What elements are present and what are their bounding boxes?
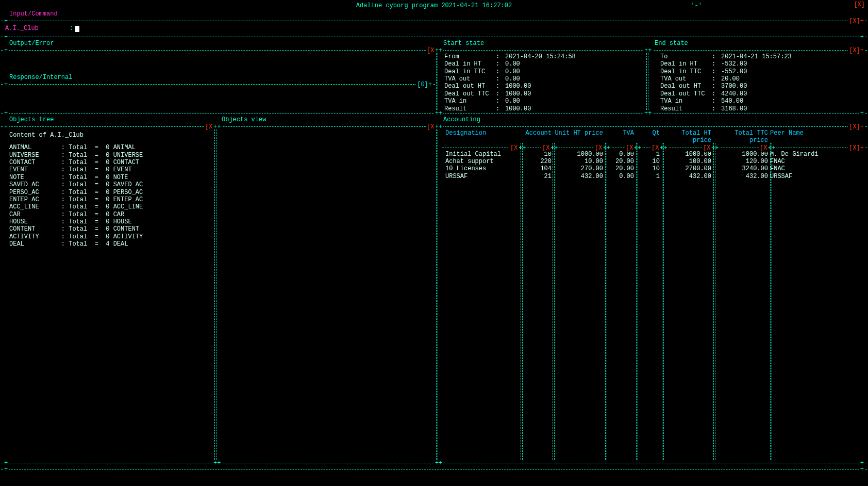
accounting-panel: Designation Account Unit HT price TVA Qt… xyxy=(442,129,867,460)
title-quote: '-' xyxy=(691,2,702,9)
col-total-ttc: Total TTC price xyxy=(712,129,769,144)
start-state-row: Deal out TTC:1000.00 xyxy=(444,90,647,98)
prompt-label: A.I._Club xyxy=(5,25,39,32)
tree-item[interactable]: PERSO_AC : Total = 0 PERSO_AC xyxy=(1,189,213,196)
response-panel-title: Response/Internal xyxy=(5,74,72,81)
end-state-row: TVA in:540.00 xyxy=(660,98,863,105)
tree-item[interactable]: ENTEP_AC : Total = 0 ENTEP_AC xyxy=(1,196,213,203)
end-state-title: End state xyxy=(650,40,688,47)
accounting-headers: Designation Account Unit HT price TVA Qt… xyxy=(442,129,867,144)
accounting-title: Accounting xyxy=(439,116,480,123)
tree-item[interactable]: HOUSE : Total = 0 HOUSE xyxy=(1,218,213,225)
output-panel-title: Output/Error xyxy=(5,40,54,47)
end-state-row: Deal out HT:3700.00 xyxy=(660,83,863,90)
tree-header: Content of A.I._Club xyxy=(1,132,213,139)
input-panel-header: Input/Command xyxy=(1,10,867,18)
tree-item[interactable]: SAVED_AC : Total = 0 SAVED_AC xyxy=(1,181,213,188)
start-state-row: Deal in HT:0.00 xyxy=(444,60,647,68)
tree-item[interactable]: UNIVERSE : Total = 0 UNIVERSE xyxy=(1,152,213,159)
tree-item[interactable]: ANIMAL : Total = 0 ANIMAL xyxy=(1,144,213,151)
accounting-row[interactable]: 10 Licenses104270.0020.00102700.003240.0… xyxy=(442,165,867,172)
col-total-ht: Total HT price xyxy=(661,129,712,144)
objects-view-title: Objects view xyxy=(218,116,266,123)
start-state-panel: From:2021-04-20 15:24:58Deal in HT:0.00D… xyxy=(440,53,651,110)
response-panel xyxy=(1,87,435,98)
end-state-row: Deal in TTC:-552.00 xyxy=(660,68,863,75)
corner-plus: + xyxy=(3,18,9,25)
prompt-separator: : xyxy=(70,25,73,32)
tree-item[interactable]: CONTENT : Total = 0 CONTENT xyxy=(1,225,213,233)
start-state-row: From:2021-04-20 15:24:58 xyxy=(444,53,647,60)
start-state-row: TVA out:0.00 xyxy=(444,75,647,83)
objects-tree-panel: Content of A.I._Club ANIMAL : Total = 0 … xyxy=(1,129,213,460)
start-state-title: Start state xyxy=(439,40,484,47)
end-state-row: Deal out TTC:4240.00 xyxy=(660,90,863,98)
title-bar: Adaline cyborg program 2021-04-21 16:27:… xyxy=(1,1,867,10)
start-state-row: Deal out HT:1000.00 xyxy=(444,83,647,90)
tree-item[interactable]: ACC_LINE : Total = 0 ACC_LINE xyxy=(1,203,213,210)
col-tva: TVA xyxy=(604,129,635,144)
tree-item[interactable]: CAR : Total = 0 CAR xyxy=(1,211,213,218)
col-qt: Qt xyxy=(635,129,661,144)
app-title: Adaline cyborg program 2021-04-21 16:27:… xyxy=(356,2,512,9)
tree-item[interactable]: DEAL : Total = 4 DEAL xyxy=(1,240,213,248)
output-panel: Response/Internal + [0]+ xyxy=(1,53,435,110)
tree-item[interactable]: ACTIVITY : Total = 0 ACTIVITY xyxy=(1,233,213,240)
col-designation: Designation xyxy=(444,129,522,144)
end-state-row: To:2021-04-21 15:57:23 xyxy=(660,53,863,60)
start-state-row: Deal in TTC:0.00 xyxy=(444,68,647,75)
command-prompt[interactable]: A.I._Club : xyxy=(1,24,867,33)
objects-view-panel xyxy=(218,129,438,460)
col-peer: Peer Name xyxy=(769,129,826,144)
col-account: Account xyxy=(522,129,553,144)
tree-item[interactable]: EVENT : Total = 0 EVENT xyxy=(1,166,213,173)
tree-item[interactable]: CONTACT : Total = 0 CONTACT xyxy=(1,159,213,166)
end-state-panel: To:2021-04-21 15:57:23Deal in HT:-532.00… xyxy=(656,53,867,110)
end-state-row: Deal in HT:-532.00 xyxy=(660,60,863,68)
end-state-row: TVA out:20.00 xyxy=(660,75,863,83)
col-unit-price: Unit HT price xyxy=(553,129,604,144)
cursor-icon xyxy=(75,26,79,32)
accounting-row[interactable]: Achat support22010.0020.0010100.00120.00… xyxy=(442,158,867,165)
accounting-row[interactable]: URSSAF21432.000.001432.00432.00URSSAF xyxy=(442,173,867,180)
start-state-row: TVA in:0.00 xyxy=(444,98,647,105)
tree-item[interactable]: NOTE : Total = 0 NOTE xyxy=(1,174,213,181)
input-close-button[interactable]: [X]+ xyxy=(848,18,865,25)
objects-tree-title: Objects tree xyxy=(5,116,54,123)
input-panel-title: Input/Command xyxy=(5,10,58,18)
